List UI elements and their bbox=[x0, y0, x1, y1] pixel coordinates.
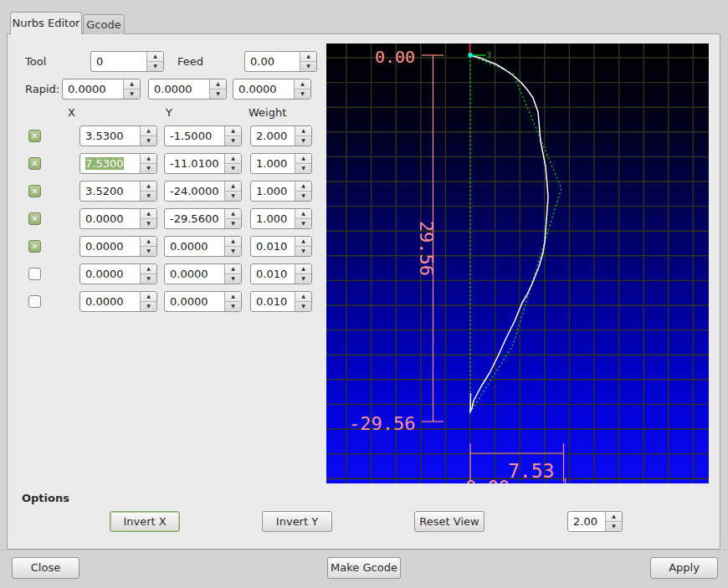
spin-down-button[interactable]: ▼ bbox=[147, 62, 163, 71]
point-weight-value[interactable]: 0.010 bbox=[251, 237, 295, 256]
point-y-spinbox[interactable]: -29.5600▲▼ bbox=[164, 208, 242, 229]
rapid-x-spinbox[interactable]: 0.0000 ▲▼ bbox=[62, 79, 141, 100]
feed-value[interactable]: 0.00 bbox=[245, 52, 300, 71]
spin-up-button[interactable]: ▲ bbox=[141, 154, 156, 164]
spin-up-button[interactable]: ▲ bbox=[147, 52, 163, 62]
point-y-value[interactable]: 0.0000 bbox=[165, 237, 224, 256]
spin-up-button[interactable]: ▲ bbox=[225, 292, 241, 302]
spin-down-button[interactable]: ▼ bbox=[141, 192, 156, 201]
spin-down-button[interactable]: ▼ bbox=[225, 274, 241, 284]
spin-up-button[interactable]: ▲ bbox=[225, 126, 241, 136]
point-y-value[interactable]: 0.0000 bbox=[165, 292, 224, 311]
point-weight-spinbox[interactable]: 1.000▲▼ bbox=[250, 153, 312, 174]
point-x-value[interactable]: 3.5200 bbox=[80, 182, 140, 201]
spin-down-button[interactable]: ▼ bbox=[210, 89, 226, 99]
point-weight-spinbox[interactable]: 0.010▲▼ bbox=[250, 236, 312, 257]
spin-down-button[interactable]: ▼ bbox=[295, 192, 311, 201]
spin-down-button[interactable]: ▼ bbox=[141, 247, 156, 256]
point-enabled-checkbox[interactable]: ✕ bbox=[28, 240, 41, 253]
rapid-y-value[interactable]: 0.0000 bbox=[149, 79, 209, 99]
point-x-spinbox[interactable]: 7.5300▲▼ bbox=[79, 153, 157, 174]
spin-down-button[interactable]: ▼ bbox=[124, 89, 140, 99]
spin-up-button[interactable]: ▲ bbox=[606, 512, 622, 522]
point-y-spinbox[interactable]: -1.5000▲▼ bbox=[164, 125, 242, 146]
point-x-spinbox[interactable]: 3.5200▲▼ bbox=[79, 181, 157, 202]
rapid-x-value[interactable]: 0.0000 bbox=[63, 79, 123, 99]
spin-down-button[interactable]: ▼ bbox=[295, 274, 311, 284]
spin-down-button[interactable]: ▼ bbox=[225, 164, 241, 173]
spin-down-button[interactable]: ▼ bbox=[225, 247, 241, 256]
spin-up-button[interactable]: ▲ bbox=[225, 209, 241, 219]
point-weight-spinbox[interactable]: 1.000▲▼ bbox=[250, 181, 312, 202]
reset-view-button[interactable]: Reset View bbox=[414, 511, 484, 532]
grid-size-value[interactable]: 2.00 bbox=[568, 512, 605, 531]
spin-down-button[interactable]: ▼ bbox=[606, 522, 622, 531]
spin-down-button[interactable]: ▼ bbox=[300, 62, 316, 71]
point-y-spinbox[interactable]: -24.0000▲▼ bbox=[164, 181, 242, 202]
spin-up-button[interactable]: ▲ bbox=[295, 292, 311, 302]
rapid-z-spinbox[interactable]: 0.0000 ▲▼ bbox=[233, 79, 311, 100]
point-x-value[interactable]: 0.0000 bbox=[80, 264, 140, 284]
spin-down-button[interactable]: ▼ bbox=[141, 219, 156, 228]
point-enabled-checkbox[interactable]: ✕ bbox=[28, 157, 41, 170]
rapid-y-spinbox[interactable]: 0.0000 ▲▼ bbox=[148, 79, 227, 100]
spin-up-button[interactable]: ▲ bbox=[141, 237, 156, 247]
spin-down-button[interactable]: ▼ bbox=[141, 302, 156, 311]
point-enabled-checkbox[interactable]: ✕ bbox=[28, 212, 41, 225]
point-x-value[interactable]: 0.0000 bbox=[80, 237, 140, 256]
point-weight-spinbox[interactable]: 0.010▲▼ bbox=[250, 263, 312, 284]
grid-size-spinbox[interactable]: 2.00 ▲▼ bbox=[567, 511, 623, 532]
spin-down-button[interactable]: ▼ bbox=[141, 136, 156, 146]
spin-down-button[interactable]: ▼ bbox=[225, 219, 241, 228]
spin-up-button[interactable]: ▲ bbox=[141, 264, 156, 274]
invert-y-button[interactable]: Invert Y bbox=[262, 511, 332, 532]
apply-button[interactable]: Apply bbox=[650, 557, 718, 579]
point-weight-value[interactable]: 1.000 bbox=[251, 154, 295, 173]
spin-up-button[interactable]: ▲ bbox=[225, 264, 241, 274]
point-y-spinbox[interactable]: 0.0000▲▼ bbox=[164, 263, 242, 284]
point-enabled-checkbox[interactable]: ✕ bbox=[28, 130, 41, 142]
point-y-spinbox[interactable]: -11.0100▲▼ bbox=[164, 153, 242, 174]
spin-up-button[interactable]: ▲ bbox=[295, 209, 311, 219]
spin-up-button[interactable]: ▲ bbox=[225, 182, 241, 192]
spin-down-button[interactable]: ▼ bbox=[141, 164, 156, 173]
rapid-z-value[interactable]: 0.0000 bbox=[233, 79, 294, 99]
point-enabled-checkbox[interactable] bbox=[28, 295, 41, 308]
spin-up-button[interactable]: ▲ bbox=[141, 126, 156, 136]
point-enabled-checkbox[interactable] bbox=[28, 268, 41, 280]
spin-down-button[interactable]: ▼ bbox=[295, 136, 311, 146]
spin-down-button[interactable]: ▼ bbox=[225, 302, 241, 311]
point-x-spinbox[interactable]: 0.0000▲▼ bbox=[79, 263, 157, 284]
point-y-value[interactable]: 0.0000 bbox=[165, 264, 224, 284]
spin-down-button[interactable]: ▼ bbox=[141, 274, 156, 284]
point-x-value[interactable]: 0.0000 bbox=[80, 292, 140, 311]
spin-up-button[interactable]: ▲ bbox=[124, 79, 140, 89]
point-weight-value[interactable]: 2.000 bbox=[251, 126, 295, 146]
spin-down-button[interactable]: ▼ bbox=[295, 89, 310, 99]
spin-up-button[interactable]: ▲ bbox=[295, 237, 311, 247]
point-x-spinbox[interactable]: 0.0000▲▼ bbox=[79, 236, 157, 257]
spin-up-button[interactable]: ▲ bbox=[225, 154, 241, 164]
spin-up-button[interactable]: ▲ bbox=[210, 79, 226, 89]
spin-up-button[interactable]: ▲ bbox=[295, 126, 311, 136]
spin-down-button[interactable]: ▼ bbox=[295, 302, 311, 311]
spin-up-button[interactable]: ▲ bbox=[295, 154, 311, 164]
point-weight-spinbox[interactable]: 0.010▲▼ bbox=[250, 291, 312, 312]
point-y-value[interactable]: -24.0000 bbox=[165, 182, 224, 201]
tool-value[interactable]: 0 bbox=[91, 52, 146, 71]
invert-x-button[interactable]: Invert X bbox=[110, 511, 180, 532]
point-x-value[interactable]: 7.5300 bbox=[80, 154, 140, 173]
make-gcode-button[interactable]: Make Gcode bbox=[327, 557, 401, 579]
spin-down-button[interactable]: ▼ bbox=[295, 247, 311, 256]
spin-up-button[interactable]: ▲ bbox=[300, 52, 316, 62]
spin-down-button[interactable]: ▼ bbox=[225, 192, 241, 201]
point-y-value[interactable]: -1.5000 bbox=[165, 126, 224, 146]
point-x-value[interactable]: 0.0000 bbox=[80, 209, 140, 228]
spin-up-button[interactable]: ▲ bbox=[295, 264, 311, 274]
spin-up-button[interactable]: ▲ bbox=[295, 182, 311, 192]
point-y-spinbox[interactable]: 0.0000▲▼ bbox=[164, 291, 242, 312]
spin-up-button[interactable]: ▲ bbox=[141, 292, 156, 302]
point-y-value[interactable]: -29.5600 bbox=[165, 209, 224, 228]
point-x-spinbox[interactable]: 0.0000▲▼ bbox=[79, 208, 157, 229]
tab-gcode[interactable]: Gcode bbox=[83, 14, 125, 34]
